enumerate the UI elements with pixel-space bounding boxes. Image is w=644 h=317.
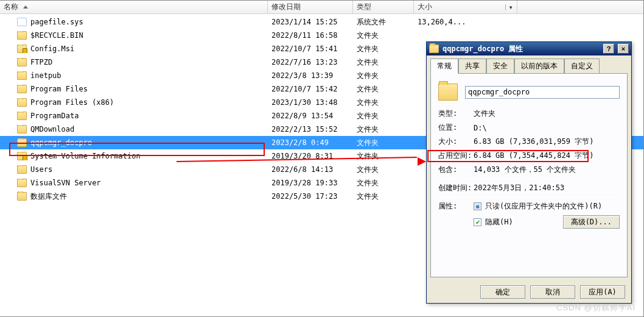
hidden-label: 隐藏(H) [485,217,513,227]
file-date: 2022/7/16 13:23 [268,58,353,66]
label-type: 类型: [438,109,474,119]
file-type: 文件夹 [353,57,414,68]
file-date: 2023/1/14 15:25 [268,18,353,26]
file-name: System Volume Information [30,152,141,160]
value-contains: 14,033 个文件，55 个文件夹 [474,165,620,175]
locked-folder-icon [17,45,27,53]
file-name: $RECYCLE.BIN [30,31,83,40]
file-name: FTPZD [30,58,52,66]
file-date: 2022/5/30 17:23 [268,192,353,201]
file-type: 文件夹 [353,138,414,148]
file-name: ProgramData [30,112,79,120]
file-size: 13,260,4... [414,18,517,26]
folder-icon [17,58,27,66]
label-created: 创建时间: [438,183,474,193]
big-folder-icon [438,84,458,101]
cancel-button[interactable]: 取消 [530,285,575,299]
file-name: Config.Msi [30,45,74,53]
file-type: 文件夹 [353,98,414,108]
close-button[interactable]: × [618,44,629,54]
value-size: 6.83 GB (7,336,031,959 字节) [474,137,620,147]
file-name: VisualSVN Server [30,179,101,187]
checkbox-hidden[interactable]: ✔ [474,218,481,226]
file-type: 文件夹 [353,165,414,175]
column-headers: 名称 修改日期 类型 大小 ▾ [0,1,643,14]
file-date: 2022/10/7 15:41 [268,45,353,53]
file-type: 文件夹 [353,84,414,94]
file-date: 2022/6/8 14:13 [268,165,353,174]
tab-share[interactable]: 共享 [458,59,486,74]
file-name: qqpcmgr_docpro [30,138,92,147]
file-name: 数据库文件 [30,191,67,202]
file-date: 2023/2/8 0:49 [268,138,353,147]
file-name: inetpub [30,71,61,80]
value-ondisk: 6.84 GB (7,354,445,824 字节) [474,151,620,161]
help-button[interactable]: ? [603,44,614,54]
value-type: 文件夹 [474,109,620,119]
file-date: 2022/3/8 13:39 [268,71,353,80]
file-type: 文件夹 [353,30,414,41]
value-created: 2022年5月3日，21:40:53 [474,183,620,193]
label-ondisk: 占用空间: [438,151,474,161]
file-date: 2023/1/30 13:48 [268,98,353,107]
file-date: 2022/2/13 15:52 [268,125,353,134]
file-name: QMDownload [30,125,74,134]
file-name: Program Files [30,85,88,93]
folder-icon [17,138,27,147]
readonly-label: 只读(仅应用于文件夹中的文件)(R) [485,201,602,212]
label-attributes: 属性: [438,201,474,212]
tab-previous[interactable]: 以前的版本 [514,59,564,74]
file-type: 系统文件 [353,17,414,27]
file-type: 文件夹 [353,71,414,81]
file-name: Users [30,165,52,174]
table-row[interactable]: pagefile.sys2023/1/14 15:25系统文件13,260,4.… [0,15,643,29]
folder-icon [429,45,439,53]
file-date: 2022/10/7 15:42 [268,85,353,93]
folder-icon [17,98,27,107]
tab-general[interactable]: 常规 [430,59,458,74]
properties-titlebar[interactable]: qqpcmgr_docpro 属性 ? × [427,42,631,55]
file-date: 2019/3/28 19:33 [268,179,353,187]
locked-folder-icon [17,152,27,160]
label-contains: 包含: [438,165,474,175]
advanced-button[interactable]: 高级(D)... [563,215,620,229]
properties-tabs: 常规 共享 安全 以前的版本 自定义 [427,55,631,73]
folder-icon [17,31,27,40]
folder-icon [17,165,27,174]
value-location: D:\ [474,124,620,132]
checkbox-readonly[interactable]: ■ [474,202,481,210]
col-header-type[interactable]: 类型 [353,1,414,13]
folder-icon [17,125,27,134]
file-name: pagefile.sys [30,18,83,26]
folder-icon [17,192,27,201]
file-name: Program Files (x86) [30,98,114,107]
properties-dialog: qqpcmgr_docpro 属性 ? × 常规 共享 安全 以前的版本 自定义… [426,41,632,304]
file-type: 文件夹 [353,44,414,54]
apply-button[interactable]: 应用(A) [580,285,625,299]
folder-icon [17,112,27,120]
file-type: 文件夹 [353,111,414,121]
table-row[interactable]: $RECYCLE.BIN2022/8/11 16:58文件夹 [0,29,643,42]
tab-pane-general: 类型:文件夹 位置:D:\ 大小:6.83 GB (7,336,031,959 … [430,73,628,277]
file-type: 文件夹 [353,124,414,135]
label-size: 大小: [438,137,474,147]
file-type: 文件夹 [353,191,414,202]
file-date: 2022/8/9 13:54 [268,112,353,120]
col-header-name[interactable]: 名称 [0,1,268,13]
properties-title-text: qqpcmgr_docpro 属性 [443,44,523,54]
folder-icon [17,179,27,187]
dialog-buttons: 确定 取消 应用(A) [427,281,631,303]
file-date: 2019/3/20 8:31 [268,152,353,160]
folder-icon [17,85,27,93]
folder-icon [17,71,27,80]
file-date: 2022/8/11 16:58 [268,31,353,40]
file-icon [17,18,27,26]
ok-button[interactable]: 确定 [480,285,525,299]
folder-name-input[interactable] [465,86,620,99]
tab-security[interactable]: 安全 [486,59,514,74]
tab-custom[interactable]: 自定义 [564,59,600,74]
label-location: 位置: [438,123,474,133]
file-type: 文件夹 [353,151,414,162]
col-header-size[interactable]: 大小 ▾ [414,1,517,13]
col-header-date[interactable]: 修改日期 [268,1,353,13]
